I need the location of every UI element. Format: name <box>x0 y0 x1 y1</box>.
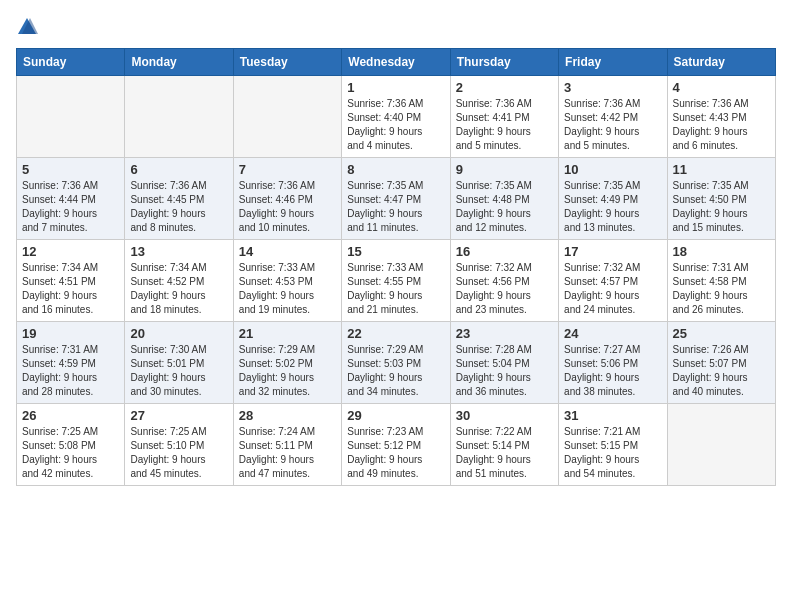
day-cell-1: 1Sunrise: 7:36 AM Sunset: 4:40 PM Daylig… <box>342 76 450 158</box>
day-cell-6: 6Sunrise: 7:36 AM Sunset: 4:45 PM Daylig… <box>125 158 233 240</box>
day-cell-27: 27Sunrise: 7:25 AM Sunset: 5:10 PM Dayli… <box>125 404 233 486</box>
day-cell-17: 17Sunrise: 7:32 AM Sunset: 4:57 PM Dayli… <box>559 240 667 322</box>
day-number: 6 <box>130 162 227 177</box>
day-info: Sunrise: 7:36 AM Sunset: 4:41 PM Dayligh… <box>456 97 553 153</box>
day-info: Sunrise: 7:25 AM Sunset: 5:08 PM Dayligh… <box>22 425 119 481</box>
day-cell-15: 15Sunrise: 7:33 AM Sunset: 4:55 PM Dayli… <box>342 240 450 322</box>
day-info: Sunrise: 7:29 AM Sunset: 5:03 PM Dayligh… <box>347 343 444 399</box>
day-cell-16: 16Sunrise: 7:32 AM Sunset: 4:56 PM Dayli… <box>450 240 558 322</box>
day-header-sunday: Sunday <box>17 49 125 76</box>
day-cell-18: 18Sunrise: 7:31 AM Sunset: 4:58 PM Dayli… <box>667 240 775 322</box>
day-number: 1 <box>347 80 444 95</box>
day-number: 24 <box>564 326 661 341</box>
day-cell-26: 26Sunrise: 7:25 AM Sunset: 5:08 PM Dayli… <box>17 404 125 486</box>
day-cell-10: 10Sunrise: 7:35 AM Sunset: 4:49 PM Dayli… <box>559 158 667 240</box>
day-number: 14 <box>239 244 336 259</box>
day-cell-5: 5Sunrise: 7:36 AM Sunset: 4:44 PM Daylig… <box>17 158 125 240</box>
page-header <box>16 16 776 38</box>
day-info: Sunrise: 7:22 AM Sunset: 5:14 PM Dayligh… <box>456 425 553 481</box>
day-number: 30 <box>456 408 553 423</box>
calendar-table: SundayMondayTuesdayWednesdayThursdayFrid… <box>16 48 776 486</box>
day-cell-31: 31Sunrise: 7:21 AM Sunset: 5:15 PM Dayli… <box>559 404 667 486</box>
day-header-wednesday: Wednesday <box>342 49 450 76</box>
day-info: Sunrise: 7:35 AM Sunset: 4:47 PM Dayligh… <box>347 179 444 235</box>
day-info: Sunrise: 7:34 AM Sunset: 4:52 PM Dayligh… <box>130 261 227 317</box>
week-row-2: 5Sunrise: 7:36 AM Sunset: 4:44 PM Daylig… <box>17 158 776 240</box>
day-cell-4: 4Sunrise: 7:36 AM Sunset: 4:43 PM Daylig… <box>667 76 775 158</box>
day-number: 17 <box>564 244 661 259</box>
day-header-thursday: Thursday <box>450 49 558 76</box>
day-info: Sunrise: 7:25 AM Sunset: 5:10 PM Dayligh… <box>130 425 227 481</box>
day-cell-22: 22Sunrise: 7:29 AM Sunset: 5:03 PM Dayli… <box>342 322 450 404</box>
day-cell-25: 25Sunrise: 7:26 AM Sunset: 5:07 PM Dayli… <box>667 322 775 404</box>
day-info: Sunrise: 7:28 AM Sunset: 5:04 PM Dayligh… <box>456 343 553 399</box>
day-number: 10 <box>564 162 661 177</box>
day-info: Sunrise: 7:23 AM Sunset: 5:12 PM Dayligh… <box>347 425 444 481</box>
day-number: 3 <box>564 80 661 95</box>
day-number: 28 <box>239 408 336 423</box>
logo-icon <box>16 16 38 38</box>
day-number: 23 <box>456 326 553 341</box>
day-number: 4 <box>673 80 770 95</box>
day-info: Sunrise: 7:36 AM Sunset: 4:44 PM Dayligh… <box>22 179 119 235</box>
day-info: Sunrise: 7:21 AM Sunset: 5:15 PM Dayligh… <box>564 425 661 481</box>
day-number: 25 <box>673 326 770 341</box>
day-number: 11 <box>673 162 770 177</box>
day-cell-21: 21Sunrise: 7:29 AM Sunset: 5:02 PM Dayli… <box>233 322 341 404</box>
day-number: 5 <box>22 162 119 177</box>
empty-cell <box>17 76 125 158</box>
day-number: 15 <box>347 244 444 259</box>
day-info: Sunrise: 7:32 AM Sunset: 4:57 PM Dayligh… <box>564 261 661 317</box>
day-info: Sunrise: 7:36 AM Sunset: 4:45 PM Dayligh… <box>130 179 227 235</box>
day-info: Sunrise: 7:35 AM Sunset: 4:50 PM Dayligh… <box>673 179 770 235</box>
day-number: 22 <box>347 326 444 341</box>
day-cell-3: 3Sunrise: 7:36 AM Sunset: 4:42 PM Daylig… <box>559 76 667 158</box>
day-cell-13: 13Sunrise: 7:34 AM Sunset: 4:52 PM Dayli… <box>125 240 233 322</box>
day-cell-24: 24Sunrise: 7:27 AM Sunset: 5:06 PM Dayli… <box>559 322 667 404</box>
day-number: 8 <box>347 162 444 177</box>
empty-cell <box>667 404 775 486</box>
day-info: Sunrise: 7:36 AM Sunset: 4:40 PM Dayligh… <box>347 97 444 153</box>
day-cell-19: 19Sunrise: 7:31 AM Sunset: 4:59 PM Dayli… <box>17 322 125 404</box>
day-number: 20 <box>130 326 227 341</box>
day-number: 2 <box>456 80 553 95</box>
day-cell-28: 28Sunrise: 7:24 AM Sunset: 5:11 PM Dayli… <box>233 404 341 486</box>
empty-cell <box>233 76 341 158</box>
day-info: Sunrise: 7:32 AM Sunset: 4:56 PM Dayligh… <box>456 261 553 317</box>
day-info: Sunrise: 7:35 AM Sunset: 4:48 PM Dayligh… <box>456 179 553 235</box>
day-number: 29 <box>347 408 444 423</box>
day-header-tuesday: Tuesday <box>233 49 341 76</box>
day-cell-12: 12Sunrise: 7:34 AM Sunset: 4:51 PM Dayli… <box>17 240 125 322</box>
day-cell-29: 29Sunrise: 7:23 AM Sunset: 5:12 PM Dayli… <box>342 404 450 486</box>
day-info: Sunrise: 7:26 AM Sunset: 5:07 PM Dayligh… <box>673 343 770 399</box>
day-number: 19 <box>22 326 119 341</box>
day-cell-2: 2Sunrise: 7:36 AM Sunset: 4:41 PM Daylig… <box>450 76 558 158</box>
week-row-3: 12Sunrise: 7:34 AM Sunset: 4:51 PM Dayli… <box>17 240 776 322</box>
day-number: 26 <box>22 408 119 423</box>
week-row-5: 26Sunrise: 7:25 AM Sunset: 5:08 PM Dayli… <box>17 404 776 486</box>
day-number: 13 <box>130 244 227 259</box>
day-cell-9: 9Sunrise: 7:35 AM Sunset: 4:48 PM Daylig… <box>450 158 558 240</box>
day-info: Sunrise: 7:36 AM Sunset: 4:46 PM Dayligh… <box>239 179 336 235</box>
day-info: Sunrise: 7:36 AM Sunset: 4:42 PM Dayligh… <box>564 97 661 153</box>
day-info: Sunrise: 7:36 AM Sunset: 4:43 PM Dayligh… <box>673 97 770 153</box>
logo <box>16 16 42 38</box>
day-info: Sunrise: 7:31 AM Sunset: 4:58 PM Dayligh… <box>673 261 770 317</box>
day-info: Sunrise: 7:35 AM Sunset: 4:49 PM Dayligh… <box>564 179 661 235</box>
day-info: Sunrise: 7:33 AM Sunset: 4:55 PM Dayligh… <box>347 261 444 317</box>
day-number: 31 <box>564 408 661 423</box>
day-header-friday: Friday <box>559 49 667 76</box>
day-cell-14: 14Sunrise: 7:33 AM Sunset: 4:53 PM Dayli… <box>233 240 341 322</box>
day-number: 18 <box>673 244 770 259</box>
day-info: Sunrise: 7:31 AM Sunset: 4:59 PM Dayligh… <box>22 343 119 399</box>
day-info: Sunrise: 7:29 AM Sunset: 5:02 PM Dayligh… <box>239 343 336 399</box>
day-info: Sunrise: 7:27 AM Sunset: 5:06 PM Dayligh… <box>564 343 661 399</box>
day-info: Sunrise: 7:34 AM Sunset: 4:51 PM Dayligh… <box>22 261 119 317</box>
day-number: 27 <box>130 408 227 423</box>
day-header-saturday: Saturday <box>667 49 775 76</box>
day-info: Sunrise: 7:33 AM Sunset: 4:53 PM Dayligh… <box>239 261 336 317</box>
day-number: 12 <box>22 244 119 259</box>
day-info: Sunrise: 7:24 AM Sunset: 5:11 PM Dayligh… <box>239 425 336 481</box>
day-number: 16 <box>456 244 553 259</box>
day-cell-8: 8Sunrise: 7:35 AM Sunset: 4:47 PM Daylig… <box>342 158 450 240</box>
